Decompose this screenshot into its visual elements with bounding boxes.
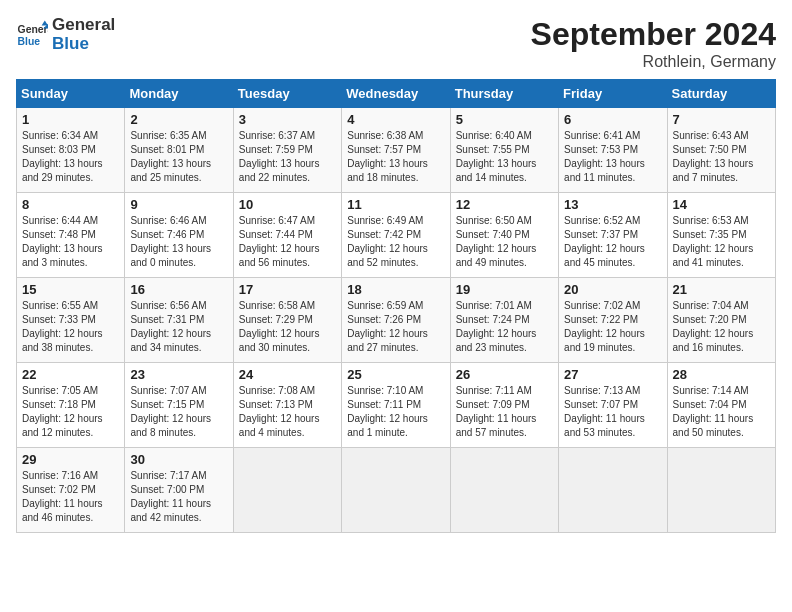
day-number: 11 bbox=[347, 197, 444, 212]
day-info: Sunrise: 6:53 AM Sunset: 7:35 PM Dayligh… bbox=[673, 214, 770, 270]
day-info: Sunrise: 6:47 AM Sunset: 7:44 PM Dayligh… bbox=[239, 214, 336, 270]
calendar-row: 22Sunrise: 7:05 AM Sunset: 7:18 PM Dayli… bbox=[17, 363, 776, 448]
day-info: Sunrise: 6:46 AM Sunset: 7:46 PM Dayligh… bbox=[130, 214, 227, 270]
day-number: 10 bbox=[239, 197, 336, 212]
day-number: 4 bbox=[347, 112, 444, 127]
svg-text:Blue: Blue bbox=[18, 35, 41, 46]
table-row: 2Sunrise: 6:35 AM Sunset: 8:01 PM Daylig… bbox=[125, 108, 233, 193]
location-subtitle: Rothlein, Germany bbox=[531, 53, 776, 71]
title-section: September 2024 Rothlein, Germany bbox=[531, 16, 776, 71]
day-number: 15 bbox=[22, 282, 119, 297]
logo-icon: General Blue bbox=[16, 19, 48, 51]
col-sunday: Sunday bbox=[17, 80, 125, 108]
svg-marker-2 bbox=[42, 20, 48, 25]
day-number: 3 bbox=[239, 112, 336, 127]
table-row: 10Sunrise: 6:47 AM Sunset: 7:44 PM Dayli… bbox=[233, 193, 341, 278]
day-number: 9 bbox=[130, 197, 227, 212]
table-row: 12Sunrise: 6:50 AM Sunset: 7:40 PM Dayli… bbox=[450, 193, 558, 278]
table-row: 13Sunrise: 6:52 AM Sunset: 7:37 PM Dayli… bbox=[559, 193, 667, 278]
day-number: 27 bbox=[564, 367, 661, 382]
table-row: 20Sunrise: 7:02 AM Sunset: 7:22 PM Dayli… bbox=[559, 278, 667, 363]
table-row: 22Sunrise: 7:05 AM Sunset: 7:18 PM Dayli… bbox=[17, 363, 125, 448]
table-row: 27Sunrise: 7:13 AM Sunset: 7:07 PM Dayli… bbox=[559, 363, 667, 448]
day-info: Sunrise: 7:04 AM Sunset: 7:20 PM Dayligh… bbox=[673, 299, 770, 355]
calendar-table: Sunday Monday Tuesday Wednesday Thursday… bbox=[16, 79, 776, 533]
day-number: 22 bbox=[22, 367, 119, 382]
day-info: Sunrise: 7:07 AM Sunset: 7:15 PM Dayligh… bbox=[130, 384, 227, 440]
day-number: 30 bbox=[130, 452, 227, 467]
logo-line1: General bbox=[52, 16, 115, 35]
header-row: Sunday Monday Tuesday Wednesday Thursday… bbox=[17, 80, 776, 108]
col-wednesday: Wednesday bbox=[342, 80, 450, 108]
col-monday: Monday bbox=[125, 80, 233, 108]
day-info: Sunrise: 7:17 AM Sunset: 7:00 PM Dayligh… bbox=[130, 469, 227, 525]
day-info: Sunrise: 6:50 AM Sunset: 7:40 PM Dayligh… bbox=[456, 214, 553, 270]
day-info: Sunrise: 7:11 AM Sunset: 7:09 PM Dayligh… bbox=[456, 384, 553, 440]
day-number: 12 bbox=[456, 197, 553, 212]
table-row: 8Sunrise: 6:44 AM Sunset: 7:48 PM Daylig… bbox=[17, 193, 125, 278]
day-info: Sunrise: 6:55 AM Sunset: 7:33 PM Dayligh… bbox=[22, 299, 119, 355]
table-row: 23Sunrise: 7:07 AM Sunset: 7:15 PM Dayli… bbox=[125, 363, 233, 448]
table-row: 1Sunrise: 6:34 AM Sunset: 8:03 PM Daylig… bbox=[17, 108, 125, 193]
day-number: 2 bbox=[130, 112, 227, 127]
table-row: 5Sunrise: 6:40 AM Sunset: 7:55 PM Daylig… bbox=[450, 108, 558, 193]
col-saturday: Saturday bbox=[667, 80, 775, 108]
day-info: Sunrise: 7:14 AM Sunset: 7:04 PM Dayligh… bbox=[673, 384, 770, 440]
table-row bbox=[233, 448, 341, 533]
col-thursday: Thursday bbox=[450, 80, 558, 108]
day-info: Sunrise: 7:10 AM Sunset: 7:11 PM Dayligh… bbox=[347, 384, 444, 440]
table-row: 18Sunrise: 6:59 AM Sunset: 7:26 PM Dayli… bbox=[342, 278, 450, 363]
day-info: Sunrise: 7:13 AM Sunset: 7:07 PM Dayligh… bbox=[564, 384, 661, 440]
table-row bbox=[342, 448, 450, 533]
table-row bbox=[450, 448, 558, 533]
day-info: Sunrise: 6:58 AM Sunset: 7:29 PM Dayligh… bbox=[239, 299, 336, 355]
day-number: 21 bbox=[673, 282, 770, 297]
day-number: 1 bbox=[22, 112, 119, 127]
logo: General Blue General Blue bbox=[16, 16, 115, 53]
table-row: 14Sunrise: 6:53 AM Sunset: 7:35 PM Dayli… bbox=[667, 193, 775, 278]
day-number: 19 bbox=[456, 282, 553, 297]
table-row: 11Sunrise: 6:49 AM Sunset: 7:42 PM Dayli… bbox=[342, 193, 450, 278]
day-info: Sunrise: 6:34 AM Sunset: 8:03 PM Dayligh… bbox=[22, 129, 119, 185]
col-tuesday: Tuesday bbox=[233, 80, 341, 108]
table-row: 4Sunrise: 6:38 AM Sunset: 7:57 PM Daylig… bbox=[342, 108, 450, 193]
table-row: 9Sunrise: 6:46 AM Sunset: 7:46 PM Daylig… bbox=[125, 193, 233, 278]
day-info: Sunrise: 7:05 AM Sunset: 7:18 PM Dayligh… bbox=[22, 384, 119, 440]
table-row: 3Sunrise: 6:37 AM Sunset: 7:59 PM Daylig… bbox=[233, 108, 341, 193]
day-info: Sunrise: 6:56 AM Sunset: 7:31 PM Dayligh… bbox=[130, 299, 227, 355]
day-number: 7 bbox=[673, 112, 770, 127]
day-number: 29 bbox=[22, 452, 119, 467]
day-number: 8 bbox=[22, 197, 119, 212]
day-info: Sunrise: 6:49 AM Sunset: 7:42 PM Dayligh… bbox=[347, 214, 444, 270]
table-row bbox=[559, 448, 667, 533]
day-info: Sunrise: 6:44 AM Sunset: 7:48 PM Dayligh… bbox=[22, 214, 119, 270]
table-row: 30Sunrise: 7:17 AM Sunset: 7:00 PM Dayli… bbox=[125, 448, 233, 533]
day-number: 13 bbox=[564, 197, 661, 212]
table-row: 26Sunrise: 7:11 AM Sunset: 7:09 PM Dayli… bbox=[450, 363, 558, 448]
day-info: Sunrise: 6:37 AM Sunset: 7:59 PM Dayligh… bbox=[239, 129, 336, 185]
calendar-row: 15Sunrise: 6:55 AM Sunset: 7:33 PM Dayli… bbox=[17, 278, 776, 363]
day-info: Sunrise: 7:16 AM Sunset: 7:02 PM Dayligh… bbox=[22, 469, 119, 525]
table-row: 29Sunrise: 7:16 AM Sunset: 7:02 PM Dayli… bbox=[17, 448, 125, 533]
table-row: 24Sunrise: 7:08 AM Sunset: 7:13 PM Dayli… bbox=[233, 363, 341, 448]
day-number: 6 bbox=[564, 112, 661, 127]
day-info: Sunrise: 6:43 AM Sunset: 7:50 PM Dayligh… bbox=[673, 129, 770, 185]
day-number: 16 bbox=[130, 282, 227, 297]
day-number: 14 bbox=[673, 197, 770, 212]
day-info: Sunrise: 6:35 AM Sunset: 8:01 PM Dayligh… bbox=[130, 129, 227, 185]
table-row: 6Sunrise: 6:41 AM Sunset: 7:53 PM Daylig… bbox=[559, 108, 667, 193]
day-info: Sunrise: 6:40 AM Sunset: 7:55 PM Dayligh… bbox=[456, 129, 553, 185]
logo-line2: Blue bbox=[52, 35, 115, 54]
day-number: 20 bbox=[564, 282, 661, 297]
day-number: 24 bbox=[239, 367, 336, 382]
day-info: Sunrise: 6:59 AM Sunset: 7:26 PM Dayligh… bbox=[347, 299, 444, 355]
day-info: Sunrise: 7:08 AM Sunset: 7:13 PM Dayligh… bbox=[239, 384, 336, 440]
day-number: 17 bbox=[239, 282, 336, 297]
calendar-row: 29Sunrise: 7:16 AM Sunset: 7:02 PM Dayli… bbox=[17, 448, 776, 533]
svg-text:General: General bbox=[18, 24, 48, 35]
table-row bbox=[667, 448, 775, 533]
col-friday: Friday bbox=[559, 80, 667, 108]
day-info: Sunrise: 6:38 AM Sunset: 7:57 PM Dayligh… bbox=[347, 129, 444, 185]
table-row: 15Sunrise: 6:55 AM Sunset: 7:33 PM Dayli… bbox=[17, 278, 125, 363]
month-title: September 2024 bbox=[531, 16, 776, 53]
